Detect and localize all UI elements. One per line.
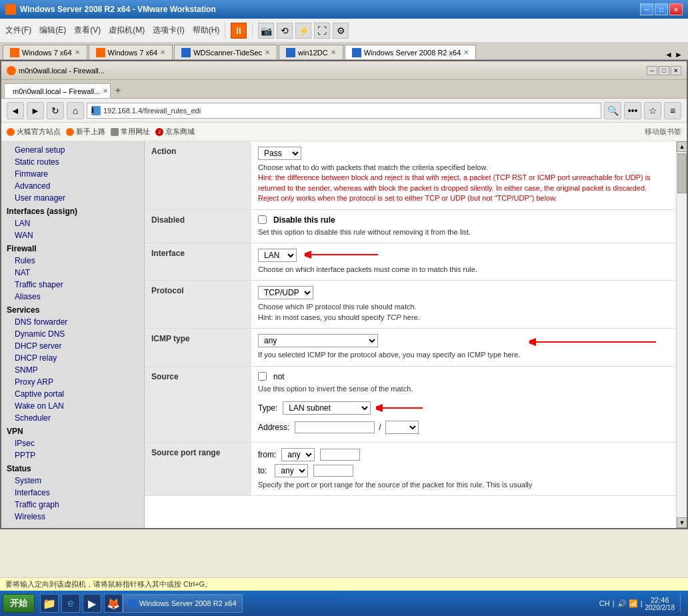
vm-tab-1[interactable]: Windows 7 x64 ✕: [89, 45, 173, 59]
source-port-from-input[interactable]: [320, 449, 360, 461]
icmp-select[interactable]: any: [258, 334, 378, 347]
source-address-input[interactable]: [295, 421, 375, 433]
scrollbar-down-button[interactable]: ▼: [677, 517, 687, 528]
sidebar-item-wan[interactable]: WAN: [1, 229, 144, 241]
ff-bookmark-button[interactable]: ☆: [644, 102, 661, 119]
sidebar-item-general-setup[interactable]: General setup: [1, 144, 144, 156]
sidebar-item-snmp[interactable]: SNMP: [1, 364, 144, 376]
sidebar-item-proxy-arp[interactable]: Proxy ARP: [1, 376, 144, 388]
sidebar-item-dynamic-dns[interactable]: Dynamic DNS: [1, 328, 144, 340]
sidebar-item-pptp[interactable]: PPTP: [1, 449, 144, 461]
power-icon[interactable]: ⚡: [295, 23, 311, 39]
menu-help[interactable]: 帮助(H): [193, 25, 220, 36]
ff-tab-0[interactable]: m0n0wall.local – Firewall... ✕: [4, 83, 111, 98]
source-port-from-label: from:: [258, 450, 276, 459]
vm-tab-0[interactable]: Windows 7 x64 ✕: [3, 45, 87, 59]
bookmark-beginner[interactable]: 新手上路: [66, 127, 105, 137]
vm-tab-close-2[interactable]: ✕: [265, 49, 270, 56]
sidebar-item-static-routes[interactable]: Static routes: [1, 156, 144, 168]
sidebar-item-aliases[interactable]: Aliases: [1, 291, 144, 303]
bookmark-fox[interactable]: 火狐官方站点: [7, 127, 61, 137]
sidebar-item-advanced[interactable]: Advanced: [1, 180, 144, 192]
protocol-select[interactable]: TCP/UDP TCP UDP ICMP any: [258, 286, 313, 299]
source-address-cidr[interactable]: [385, 421, 419, 434]
ff-tab-close-0[interactable]: ✕: [103, 87, 108, 95]
vm-tab-close-0[interactable]: ✕: [75, 49, 80, 56]
sidebar-item-captive-portal[interactable]: Captive portal: [1, 388, 144, 400]
vm-tab-3[interactable]: win12DC ✕: [279, 45, 343, 59]
menu-tabs[interactable]: 选项卡(I): [153, 25, 184, 36]
taskbar-ie-icon[interactable]: e: [61, 594, 80, 613]
taskbar-window-server[interactable]: Windows Server 2008 R2 x64: [123, 594, 243, 613]
source-not-checkbox[interactable]: [258, 372, 267, 381]
ff-more-button[interactable]: •••: [624, 102, 641, 119]
sidebar-item-dns-forwarder[interactable]: DNS forwarder: [1, 316, 144, 328]
menu-file[interactable]: 文件(F): [5, 25, 31, 36]
bookmark-common[interactable]: 常用网址: [111, 127, 150, 137]
ff-forward-button[interactable]: ►: [27, 102, 44, 119]
sidebar-item-wake-on-lan[interactable]: Wake on LAN: [1, 400, 144, 412]
vm-tab-4[interactable]: Windows Server 2008 R2 x64 ✕: [345, 45, 477, 59]
bookmark-jd[interactable]: J 京东商城: [155, 127, 195, 137]
action-select[interactable]: Pass Block Reject: [258, 147, 301, 160]
taskbar-show-desktop[interactable]: [680, 594, 685, 613]
sidebar-item-firmware[interactable]: Firmware: [1, 168, 144, 180]
ff-back-button[interactable]: ◄: [7, 102, 24, 119]
source-port-range-cell: from: any to: any: [251, 442, 676, 495]
vm-tab-close-3[interactable]: ✕: [331, 49, 336, 56]
taskbar-firefox-icon[interactable]: 🦊: [104, 594, 123, 613]
fullscreen-icon[interactable]: ⛶: [314, 23, 330, 39]
vm-tab-close-4[interactable]: ✕: [463, 49, 469, 56]
sidebar-item-traffic-shaper[interactable]: Traffic shaper: [1, 279, 144, 291]
source-not-hint: Use this option to invert the sense of t…: [258, 384, 669, 394]
sidebar-item-user-manager[interactable]: User manager: [1, 192, 144, 204]
source-port-to-input[interactable]: [313, 465, 353, 477]
ff-restore-button[interactable]: □: [659, 66, 669, 75]
close-button[interactable]: ✕: [669, 3, 683, 15]
ff-new-tab-button[interactable]: +: [111, 83, 125, 98]
sidebar-item-system[interactable]: System: [1, 475, 144, 487]
sidebar-item-ipsec[interactable]: IPsec: [1, 437, 144, 449]
taskbar-explorer-icon[interactable]: 📁: [40, 594, 59, 613]
sidebar-item-dhcp-server[interactable]: DHCP server: [1, 340, 144, 352]
maximize-button[interactable]: □: [655, 3, 668, 15]
ff-reload-button[interactable]: ↻: [47, 102, 64, 119]
settings-icon[interactable]: ⚙: [333, 23, 349, 39]
ff-menu-button[interactable]: ≡: [664, 102, 681, 119]
sidebar-item-lan[interactable]: LAN: [1, 217, 144, 229]
ff-url-bar[interactable]: ℹ 192.168.1.4/firewall_rules_edi: [87, 103, 601, 119]
scrollbar-up-button[interactable]: ▲: [677, 141, 687, 152]
sidebar-item-rules[interactable]: Rules: [1, 255, 144, 267]
disabled-label: Disabled: [145, 209, 251, 243]
revert-icon[interactable]: ⟲: [277, 23, 293, 39]
sidebar-item-wireless[interactable]: Wireless: [1, 511, 144, 523]
ff-home-button[interactable]: ⌂: [67, 102, 84, 119]
ff-search-icon[interactable]: 🔍: [604, 102, 621, 119]
sidebar-item-dhcp-relay[interactable]: DHCP relay: [1, 352, 144, 364]
toolbar-separator2: [252, 23, 253, 39]
notification-bar: 要将输入定向到该虚拟机，请将鼠标指针移入其中或按 Ctrl+G。: [0, 577, 688, 591]
taskbar-media-icon[interactable]: ▶: [83, 594, 101, 613]
ff-minimize-button[interactable]: ─: [647, 66, 657, 75]
interface-select[interactable]: LAN WAN: [258, 249, 297, 262]
vm-tab-close-1[interactable]: ✕: [160, 49, 165, 56]
sidebar-item-traffic-graph[interactable]: Traffic graph: [1, 499, 144, 511]
vm-tab-2[interactable]: WDScanner-TideSec ✕: [174, 45, 277, 59]
disabled-checkbox[interactable]: [258, 215, 267, 224]
source-port-to-select[interactable]: any: [275, 464, 308, 477]
minimize-button[interactable]: ─: [640, 3, 653, 15]
sidebar-item-nat[interactable]: NAT: [1, 267, 144, 279]
menu-edit[interactable]: 编辑(E): [39, 25, 66, 36]
menu-view[interactable]: 查看(V): [74, 25, 101, 36]
sidebar-item-interfaces[interactable]: Interfaces: [1, 487, 144, 499]
scrollbar-thumb[interactable]: [677, 153, 687, 193]
menu-vm[interactable]: 虚拟机(M): [109, 25, 145, 36]
start-button[interactable]: 开始: [3, 594, 35, 613]
tab-scroll-arrows[interactable]: ◄ ►: [665, 50, 688, 59]
ff-close-button[interactable]: ✕: [671, 66, 681, 75]
source-port-from-select[interactable]: any: [281, 448, 315, 461]
pause-icon[interactable]: ⏸: [231, 23, 247, 39]
sidebar-item-scheduler[interactable]: Scheduler: [1, 412, 144, 424]
snapshot-icon[interactable]: 📷: [258, 23, 274, 39]
source-type-select[interactable]: LAN subnet any Single host or alias Netw…: [283, 401, 371, 415]
